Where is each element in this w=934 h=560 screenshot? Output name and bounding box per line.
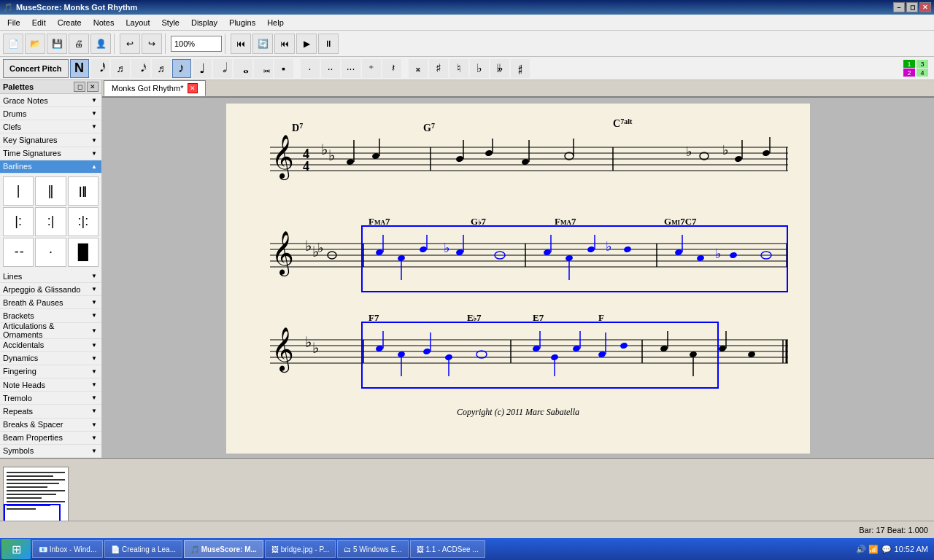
palette-item-grace-notes[interactable]: Grace Notes ▼ — [0, 94, 101, 107]
open-button[interactable]: 📂 — [25, 34, 45, 54]
voice-4-button[interactable]: 4 — [916, 69, 928, 77]
concert-pitch-button[interactable]: Concert Pitch — [3, 59, 69, 78]
note-quarter-button[interactable]: ♩ — [193, 59, 212, 78]
barline-double[interactable]: ‖ — [35, 176, 66, 206]
note-128th-button[interactable]: 𝅘𝅥𝅰 — [90, 59, 109, 78]
voice-3-button[interactable]: 3 — [916, 60, 928, 68]
palette-restore-button[interactable]: ◻ — [74, 82, 85, 92]
print-button[interactable]: 🖨 — [69, 34, 89, 54]
accidental-sharp-button[interactable]: ♯ — [429, 59, 448, 78]
note-whole-button[interactable]: 𝅝 — [234, 59, 252, 78]
score-area[interactable]: D7 G7 C7alt 𝄞 4 — [102, 98, 934, 458]
menu-notes[interactable]: Notes — [88, 17, 120, 28]
accidental-flat-button[interactable]: ♭ — [470, 59, 489, 78]
menu-style[interactable]: Style — [156, 17, 185, 28]
palette-item-lines[interactable]: Lines ▼ — [0, 270, 101, 283]
palette-item-brackets[interactable]: Brackets ▼ — [0, 309, 101, 322]
palette-item-tremolo[interactable]: Tremolo ▼ — [0, 392, 101, 405]
system-1: D7 G7 C7alt 𝄞 4 — [248, 118, 788, 192]
chevron-down-icon: ▼ — [91, 97, 97, 104]
dot-button[interactable]: · — [301, 59, 320, 78]
palette-item-drums[interactable]: Drums ▼ — [0, 107, 101, 120]
play-prev-button[interactable]: ⏮ — [274, 34, 295, 54]
accidental-x-button[interactable]: 𝄪 — [409, 59, 428, 78]
minimize-button[interactable]: – — [893, 2, 905, 12]
note-32nd-button[interactable]: 𝅘𝅥𝅯 — [131, 59, 150, 78]
note-64th-button[interactable]: ♬ — [111, 59, 130, 78]
triple-dot-button[interactable]: ··· — [341, 59, 360, 78]
palette-item-repeats[interactable]: Repeats ▼ — [0, 405, 101, 418]
barline-end-repeat[interactable]: :| — [35, 207, 66, 236]
menu-layout[interactable]: Layout — [120, 17, 155, 28]
palette-item-breath-pauses[interactable]: Breath & Pauses ▼ — [0, 296, 101, 309]
note-half-button[interactable]: 𝅗𝅥 — [213, 59, 232, 78]
redo-button[interactable]: ↪ — [142, 34, 162, 54]
palette-item-fingering[interactable]: Fingering ▼ — [0, 365, 101, 378]
pause-button[interactable]: ⏸ — [318, 34, 339, 54]
palette-item-time-signatures[interactable]: Time Signatures ▼ — [0, 147, 101, 160]
start-button[interactable]: ⊞ — [1, 539, 31, 559]
taskbar-inbox[interactable]: 📧 Inbox - Wind... — [32, 540, 103, 558]
palette-item-clefs[interactable]: Clefs ▼ — [0, 120, 101, 133]
palette-item-beam-properties[interactable]: Beam Properties ▼ — [0, 432, 101, 445]
barline-single[interactable]: | — [3, 176, 34, 206]
note-longa-button[interactable]: ▪ — [274, 59, 293, 78]
titlebar: 🎵 MuseScore: Monks Got Rhythm – ◻ ✕ — [0, 0, 934, 15]
barline-start-end-repeat[interactable]: :|: — [68, 207, 99, 236]
barline-thick[interactable]: █ — [68, 238, 99, 267]
close-button[interactable]: ✕ — [919, 2, 931, 12]
score-tab[interactable]: Monks Got Rhythm* ✕ — [104, 80, 206, 96]
menu-plugins[interactable]: Plugins — [223, 17, 261, 28]
accidental-double-flat-button[interactable]: 𝄫 — [490, 59, 509, 78]
augmentation-button[interactable]: ⁺ — [362, 59, 381, 78]
barline-final[interactable]: |‖ — [68, 176, 99, 206]
voice-2-button[interactable]: 2 — [903, 69, 915, 77]
menu-display[interactable]: Display — [185, 17, 223, 28]
menu-file[interactable]: File — [1, 17, 26, 28]
rest-button[interactable]: 𝄽 — [382, 59, 401, 78]
palette-item-breaks-spacer[interactable]: Breaks & Spacer ▼ — [0, 419, 101, 432]
palette-item-barlines[interactable]: Barlines ▲ — [0, 160, 101, 174]
taskbar-acdsee[interactable]: 🖼 1.1 - ACDSee ... — [410, 540, 485, 558]
score-canvas[interactable]: D7 G7 C7alt 𝄞 4 — [102, 98, 934, 458]
save-button[interactable]: 💾 — [47, 34, 67, 54]
zoom-input[interactable] — [171, 36, 222, 52]
tab-close-button[interactable]: ✕ — [188, 83, 198, 93]
palette-item-symbols[interactable]: Symbols ▼ — [0, 445, 101, 458]
palette-item-dynamics[interactable]: Dynamics ▼ — [0, 352, 101, 365]
double-dot-button[interactable]: ·· — [321, 59, 340, 78]
clock: 10:52 AM — [895, 545, 928, 553]
barline-dotted[interactable]: · — [35, 238, 66, 267]
taskbar-bridge[interactable]: 🖼 bridge.jpg - P... — [265, 540, 336, 558]
taskbar-creating[interactable]: 📄 Creating a Lea... — [104, 540, 182, 558]
palette-item-accidentals[interactable]: Accidentals ▼ — [0, 339, 101, 352]
loop-button[interactable]: 🔄 — [252, 34, 273, 54]
note-8th-button[interactable]: ♪ — [172, 59, 191, 78]
new-button[interactable]: 📄 — [3, 34, 23, 54]
palette-item-note-heads[interactable]: Note Heads ▼ — [0, 378, 101, 392]
accidental-special-button[interactable]: 𝄰 — [511, 59, 530, 78]
taskbar-windows[interactable]: 🗂 5 Windows E... — [337, 540, 408, 558]
menu-create[interactable]: Create — [52, 17, 88, 28]
note-16th-button[interactable]: ♬ — [152, 59, 171, 78]
menu-edit[interactable]: Edit — [26, 17, 52, 28]
note-N-button[interactable]: N — [70, 59, 89, 78]
menu-help[interactable]: Help — [261, 17, 290, 28]
taskbar-musescore[interactable]: 🎵 MuseScore: M... — [184, 540, 263, 558]
barline-begin-repeat[interactable]: |: — [3, 207, 34, 236]
note-breve-button[interactable]: 𝅜 — [254, 59, 273, 78]
svg-point-21 — [734, 155, 743, 163]
palette-close-button[interactable]: ✕ — [87, 82, 99, 92]
user-button[interactable]: 👤 — [90, 34, 111, 54]
palette-item-key-signatures[interactable]: Key Signatures ▼ — [0, 133, 101, 147]
palette-item-articulations-ornaments[interactable]: Articulations & Ornaments ▼ — [0, 323, 101, 339]
chevron-down-icon: ▼ — [91, 394, 97, 401]
palette-item-arpeggio-glissando[interactable]: Arpeggio & Glissando ▼ — [0, 283, 101, 296]
accidental-natural-button[interactable]: ♮ — [449, 59, 468, 78]
voice-1-button[interactable]: 1 — [903, 60, 915, 68]
play-button[interactable]: ▶ — [296, 34, 317, 54]
barline-dashed[interactable]: - - — [3, 238, 34, 267]
undo-button[interactable]: ↩ — [120, 34, 140, 54]
play-beginning-button[interactable]: ⏮ — [231, 34, 251, 54]
restore-button[interactable]: ◻ — [906, 2, 918, 12]
